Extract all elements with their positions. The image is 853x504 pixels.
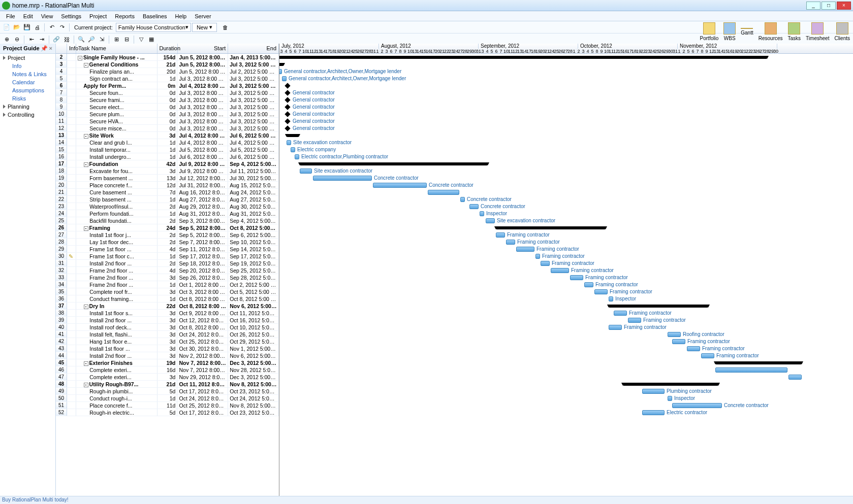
- table-row[interactable]: 19 Form basement ...13dJul 12, 2012 8:00…: [56, 175, 279, 182]
- gantt-summary-bar[interactable]: [496, 226, 606, 229]
- gantt-task-bar[interactable]: [788, 375, 802, 380]
- table-row[interactable]: 37 -Dry In22dOct 8, 2012 8:00 AMNov 6, 2…: [56, 303, 279, 310]
- table-row[interactable]: 23 Waterproof/insul...2dAug 29, 2012 8:0…: [56, 203, 279, 210]
- filter-icon[interactable]: ▽: [137, 35, 146, 44]
- expander-icon[interactable]: -: [84, 361, 88, 366]
- table-row[interactable]: 43 Install 1st floor ...3dOct 30, 2012 8…: [56, 345, 279, 352]
- table-row[interactable]: 41 Install felt, flashi...3dOct 24, 2012…: [56, 331, 279, 338]
- gantt-milestone[interactable]: [285, 111, 290, 117]
- table-row[interactable]: 51 Place concrete f...11dOct 25, 2012 8:…: [56, 402, 279, 409]
- gantt-task-bar[interactable]: [609, 296, 613, 301]
- maximize-button[interactable]: □: [822, 2, 836, 10]
- table-row[interactable]: 20 Place concrete f...12dJul 31, 2012 8:…: [56, 182, 279, 189]
- redo-icon[interactable]: ↷: [57, 23, 67, 32]
- guide-close-icon[interactable]: ×: [49, 45, 52, 52]
- table-row[interactable]: 50 Conduct rough-i...1dOct 24, 2012 8:00…: [56, 395, 279, 402]
- guide-node-planning[interactable]: Planning: [0, 103, 55, 111]
- gantt-summary-bar[interactable]: [300, 162, 488, 165]
- gantt-task-bar[interactable]: [282, 76, 287, 81]
- save-icon[interactable]: 💾: [22, 23, 31, 32]
- gantt-task-bar[interactable]: [642, 410, 665, 415]
- menu-server[interactable]: Server: [191, 12, 215, 20]
- gantt-task-bar[interactable]: [373, 183, 427, 188]
- table-row[interactable]: 26 -Framing24dSep 5, 2012 8:00 AMOct 8, …: [56, 224, 279, 231]
- table-row[interactable]: 6 Apply for Perm...0mJul 4, 2012 8:00 AM…: [56, 82, 279, 89]
- gantt-summary-bar[interactable]: [623, 383, 718, 386]
- gantt-milestone[interactable]: [285, 90, 290, 95]
- table-row[interactable]: 42 Hang 1st floor e...3dOct 25, 2012 8:0…: [56, 338, 279, 345]
- table-row[interactable]: 13 -Site Work3dJul 4, 2012 8:00 AMJul 6,…: [56, 132, 279, 139]
- gantt-summary-bar[interactable]: [279, 63, 283, 66]
- guide-node-assumptions[interactable]: Assumptions: [0, 86, 55, 94]
- table-row[interactable]: 39 Install 2nd floor ...3dOct 12, 2012 8…: [56, 317, 279, 324]
- gantt-summary-bar[interactable]: [609, 305, 708, 308]
- guide-node-project[interactable]: Project: [0, 54, 55, 62]
- table-row[interactable]: 9 Secure elect...0dJul 3, 2012 8:00 AMJu…: [56, 104, 279, 111]
- gantt-task-bar[interactable]: [486, 218, 495, 223]
- menu-file[interactable]: File: [2, 12, 19, 20]
- unlink-icon[interactable]: ⛓: [62, 35, 71, 44]
- gantt-body[interactable]: General contractor,Architect,Owner,Mortg…: [279, 54, 853, 496]
- gantt-milestone[interactable]: [285, 118, 290, 124]
- gantt-task-bar[interactable]: [687, 346, 700, 351]
- table-row[interactable]: 52 Rough-in electric...5dOct 17, 2012 8:…: [56, 409, 279, 416]
- task-insert-icon[interactable]: ⊕: [2, 35, 11, 44]
- guide-node-risks[interactable]: Risks: [0, 94, 55, 103]
- view-cli[interactable]: Clients: [834, 22, 850, 41]
- gantt-task-bar[interactable]: [701, 353, 714, 358]
- table-row[interactable]: 27 Install 1st floor j...2dSep 5, 2012 8…: [56, 231, 279, 239]
- gantt-task-bar[interactable]: [279, 69, 282, 74]
- gantt-task-bar[interactable]: [428, 190, 459, 195]
- gantt-summary-bar[interactable]: [287, 134, 299, 137]
- menu-reports[interactable]: Reports: [111, 12, 139, 20]
- menu-view[interactable]: View: [37, 12, 57, 20]
- gantt-chart[interactable]: July, 2012August, 2012September, 2012Oct…: [279, 44, 853, 496]
- table-row[interactable]: 33 Frame 2nd floor ...3dSep 26, 2012 8:0…: [56, 274, 279, 281]
- gantt-task-bar[interactable]: [668, 396, 672, 401]
- expander-icon[interactable]: -: [84, 305, 88, 309]
- table-row[interactable]: 16 Install undergro...1dJul 6, 2012 8:00…: [56, 153, 279, 160]
- task-delete-icon[interactable]: ⊖: [12, 35, 21, 44]
- new-file-icon[interactable]: 📄: [2, 23, 11, 32]
- table-row[interactable]: 21 Cure basement ...7dAug 16, 2012 8:00 …: [56, 189, 279, 196]
- delete-project-icon[interactable]: 🗑: [221, 23, 230, 32]
- table-row[interactable]: 31 Install 2nd floor ...2dSep 18, 2012 8…: [56, 260, 279, 267]
- gantt-task-bar[interactable]: [628, 318, 641, 323]
- close-button[interactable]: ×: [837, 2, 851, 10]
- table-row[interactable]: 32 Frame 2nd floor ...4dSep 20, 2012 8:0…: [56, 267, 279, 274]
- expander-icon[interactable]: -: [84, 226, 88, 231]
- table-row[interactable]: 10 Secure plum...0dJul 3, 2012 8:00 AMJu…: [56, 111, 279, 118]
- table-row[interactable]: 5 Sign contract an...1dJul 3, 2012 8:00 …: [56, 75, 279, 82]
- minimize-button[interactable]: _: [806, 2, 820, 10]
- expand-all-icon[interactable]: ⊞: [112, 35, 121, 44]
- guide-node-calendar[interactable]: Calendar: [0, 78, 55, 86]
- gantt-task-bar[interactable]: [287, 140, 291, 145]
- gantt-task-bar[interactable]: [642, 389, 665, 394]
- expander-icon[interactable]: -: [84, 134, 88, 139]
- indent-icon[interactable]: ⇥: [37, 35, 46, 44]
- gantt-task-bar[interactable]: [469, 204, 479, 209]
- gantt-task-bar[interactable]: [480, 211, 484, 216]
- table-row[interactable]: 4 Finalize plans an...20dJun 5, 2012 8:0…: [56, 68, 279, 75]
- view-gantt[interactable]: Gantt: [741, 28, 753, 36]
- gantt-milestone[interactable]: [285, 83, 290, 88]
- gantt-task-bar[interactable]: [614, 311, 627, 316]
- table-row[interactable]: 35 Complete roof fr...3dOct 3, 2012 8:00…: [56, 288, 279, 295]
- guide-node-controlling[interactable]: Controlling: [0, 111, 55, 119]
- table-row[interactable]: 30✎ Frame 1st floor c...1dSep 17, 2012 8…: [56, 253, 279, 260]
- gantt-task-bar[interactable]: [541, 261, 550, 266]
- gantt-task-bar[interactable]: [551, 268, 569, 273]
- zoom-out-icon[interactable]: 🔎: [87, 35, 96, 44]
- table-row[interactable]: 3 -General Conditions21dJun 5, 2012 8:00…: [56, 61, 279, 68]
- table-row[interactable]: 45 -Exterior Finishes19dNov 7, 2012 8:00…: [56, 359, 279, 366]
- expander-icon[interactable]: -: [84, 63, 88, 68]
- guide-node-info[interactable]: Info: [0, 62, 55, 70]
- table-row[interactable]: 17 -Foundation42dJul 9, 2012 8:00 AMSep …: [56, 160, 279, 167]
- table-row[interactable]: 15 Install temporar...1dJul 5, 2012 8:00…: [56, 146, 279, 153]
- columns-icon[interactable]: ▦: [147, 35, 156, 44]
- link-icon[interactable]: 🔗: [52, 35, 61, 44]
- collapse-all-icon[interactable]: ⊟: [122, 35, 131, 44]
- open-icon[interactable]: 📂: [12, 23, 21, 32]
- gantt-task-bar[interactable]: [300, 169, 312, 174]
- view-time[interactable]: Timesheet: [806, 22, 829, 41]
